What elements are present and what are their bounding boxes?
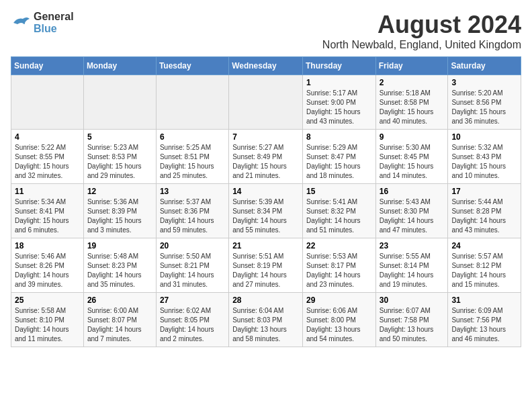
logo-text: General Blue [34, 11, 74, 35]
day-number: 23 [380, 241, 445, 250]
calendar-cell: 27Sunrise: 6:02 AM Sunset: 8:05 PM Dayli… [156, 293, 228, 347]
day-info: Sunrise: 5:36 AM Sunset: 8:39 PM Dayligh… [87, 197, 152, 235]
day-info: Sunrise: 5:57 AM Sunset: 8:12 PM Dayligh… [451, 252, 517, 289]
calendar-cell: 29Sunrise: 6:06 AM Sunset: 8:00 PM Dayli… [302, 293, 375, 347]
calendar-week-3: 11Sunrise: 5:34 AM Sunset: 8:41 PM Dayli… [11, 184, 521, 238]
day-number: 3 [451, 78, 517, 87]
day-info: Sunrise: 5:27 AM Sunset: 8:49 PM Dayligh… [232, 143, 299, 181]
calendar-cell: 11Sunrise: 5:34 AM Sunset: 8:41 PM Dayli… [11, 184, 84, 238]
calendar-cell [11, 75, 84, 130]
day-number: 26 [87, 295, 152, 305]
day-number: 18 [15, 241, 80, 250]
day-number: 11 [15, 187, 80, 196]
weekday-header-saturday: Saturday [448, 57, 521, 75]
title-block: August 2024 North Newbald, England, Unit… [322, 11, 521, 51]
weekday-header-monday: Monday [83, 57, 156, 75]
calendar-cell [83, 75, 156, 130]
calendar-cell: 12Sunrise: 5:36 AM Sunset: 8:39 PM Dayli… [83, 184, 156, 238]
day-number: 6 [160, 132, 225, 142]
calendar-cell: 30Sunrise: 6:07 AM Sunset: 7:58 PM Dayli… [375, 293, 448, 347]
calendar-cell: 13Sunrise: 5:37 AM Sunset: 8:36 PM Dayli… [156, 184, 228, 238]
day-info: Sunrise: 5:46 AM Sunset: 8:26 PM Dayligh… [15, 252, 80, 289]
weekday-header-wednesday: Wednesday [229, 57, 303, 75]
calendar-cell: 24Sunrise: 5:57 AM Sunset: 8:12 PM Dayli… [448, 238, 521, 293]
day-info: Sunrise: 5:30 AM Sunset: 8:45 PM Dayligh… [380, 143, 445, 181]
day-number: 8 [306, 132, 372, 142]
calendar-cell: 4Sunrise: 5:22 AM Sunset: 8:55 PM Daylig… [11, 130, 84, 184]
calendar-week-5: 25Sunrise: 5:58 AM Sunset: 8:10 PM Dayli… [11, 293, 521, 347]
page-header: General Blue August 2024 North Newbald, … [11, 11, 521, 51]
calendar-cell: 3Sunrise: 5:20 AM Sunset: 8:56 PM Daylig… [448, 75, 521, 130]
day-number: 30 [380, 295, 445, 305]
day-info: Sunrise: 5:48 AM Sunset: 8:23 PM Dayligh… [87, 252, 152, 289]
calendar-week-2: 4Sunrise: 5:22 AM Sunset: 8:55 PM Daylig… [11, 130, 521, 184]
calendar-cell: 31Sunrise: 6:09 AM Sunset: 7:56 PM Dayli… [448, 293, 521, 347]
day-info: Sunrise: 5:41 AM Sunset: 8:32 PM Dayligh… [306, 197, 372, 235]
day-info: Sunrise: 6:00 AM Sunset: 8:07 PM Dayligh… [87, 306, 152, 344]
calendar-cell: 1Sunrise: 5:17 AM Sunset: 9:00 PM Daylig… [302, 75, 375, 130]
calendar-cell: 22Sunrise: 5:53 AM Sunset: 8:17 PM Dayli… [302, 238, 375, 293]
weekday-header-friday: Friday [375, 57, 448, 75]
weekday-header-tuesday: Tuesday [156, 57, 228, 75]
calendar-cell: 26Sunrise: 6:00 AM Sunset: 8:07 PM Dayli… [83, 293, 156, 347]
calendar-cell: 19Sunrise: 5:48 AM Sunset: 8:23 PM Dayli… [83, 238, 156, 293]
location-subtitle: North Newbald, England, United Kingdom [322, 39, 521, 51]
day-number: 1 [306, 78, 372, 87]
calendar-cell: 5Sunrise: 5:23 AM Sunset: 8:53 PM Daylig… [83, 130, 156, 184]
calendar-cell: 23Sunrise: 5:55 AM Sunset: 8:14 PM Dayli… [375, 238, 448, 293]
weekday-header-thursday: Thursday [302, 57, 375, 75]
day-info: Sunrise: 5:51 AM Sunset: 8:19 PM Dayligh… [232, 252, 299, 289]
day-number: 17 [451, 187, 517, 196]
calendar-table: SundayMondayTuesdayWednesdayThursdayFrid… [11, 56, 521, 347]
calendar-cell: 2Sunrise: 5:18 AM Sunset: 8:58 PM Daylig… [375, 75, 448, 130]
logo: General Blue [11, 11, 74, 35]
day-number: 10 [451, 132, 517, 142]
day-info: Sunrise: 6:07 AM Sunset: 7:58 PM Dayligh… [380, 306, 445, 344]
day-number: 4 [15, 132, 80, 142]
calendar-cell: 25Sunrise: 5:58 AM Sunset: 8:10 PM Dayli… [11, 293, 84, 347]
calendar-body: 1Sunrise: 5:17 AM Sunset: 9:00 PM Daylig… [11, 75, 521, 347]
calendar-week-4: 18Sunrise: 5:46 AM Sunset: 8:26 PM Dayli… [11, 238, 521, 293]
day-info: Sunrise: 5:55 AM Sunset: 8:14 PM Dayligh… [380, 252, 445, 289]
day-number: 14 [232, 187, 299, 196]
calendar-cell: 9Sunrise: 5:30 AM Sunset: 8:45 PM Daylig… [375, 130, 448, 184]
day-number: 7 [232, 132, 299, 142]
day-number: 2 [380, 78, 445, 87]
day-info: Sunrise: 5:22 AM Sunset: 8:55 PM Dayligh… [15, 143, 80, 181]
header-row: SundayMondayTuesdayWednesdayThursdayFrid… [11, 57, 521, 75]
day-info: Sunrise: 5:39 AM Sunset: 8:34 PM Dayligh… [232, 197, 299, 235]
calendar-cell: 28Sunrise: 6:04 AM Sunset: 8:03 PM Dayli… [229, 293, 303, 347]
calendar-week-1: 1Sunrise: 5:17 AM Sunset: 9:00 PM Daylig… [11, 75, 521, 130]
day-number: 21 [232, 241, 299, 250]
day-info: Sunrise: 5:20 AM Sunset: 8:56 PM Dayligh… [451, 89, 517, 126]
calendar-header: SundayMondayTuesdayWednesdayThursdayFrid… [11, 57, 521, 75]
calendar-cell: 14Sunrise: 5:39 AM Sunset: 8:34 PM Dayli… [229, 184, 303, 238]
day-info: Sunrise: 6:06 AM Sunset: 8:00 PM Dayligh… [306, 306, 372, 344]
day-number: 12 [87, 187, 152, 196]
day-number: 5 [87, 132, 152, 142]
day-number: 9 [380, 132, 445, 142]
day-info: Sunrise: 5:34 AM Sunset: 8:41 PM Dayligh… [15, 197, 80, 235]
day-info: Sunrise: 5:53 AM Sunset: 8:17 PM Dayligh… [306, 252, 372, 289]
calendar-cell [156, 75, 228, 130]
day-info: Sunrise: 5:50 AM Sunset: 8:21 PM Dayligh… [160, 252, 225, 289]
day-number: 31 [451, 295, 517, 305]
day-info: Sunrise: 6:04 AM Sunset: 8:03 PM Dayligh… [232, 306, 299, 344]
day-number: 22 [306, 241, 372, 250]
day-number: 25 [15, 295, 80, 305]
day-info: Sunrise: 5:29 AM Sunset: 8:47 PM Dayligh… [306, 143, 372, 181]
day-info: Sunrise: 6:02 AM Sunset: 8:05 PM Dayligh… [160, 306, 225, 344]
calendar-cell [229, 75, 303, 130]
day-info: Sunrise: 5:43 AM Sunset: 8:30 PM Dayligh… [380, 197, 445, 235]
day-info: Sunrise: 5:32 AM Sunset: 8:43 PM Dayligh… [451, 143, 517, 181]
month-title: August 2024 [322, 11, 521, 39]
day-info: Sunrise: 6:09 AM Sunset: 7:56 PM Dayligh… [451, 306, 517, 344]
calendar-cell: 17Sunrise: 5:44 AM Sunset: 8:28 PM Dayli… [448, 184, 521, 238]
day-info: Sunrise: 5:37 AM Sunset: 8:36 PM Dayligh… [160, 197, 225, 235]
day-number: 27 [160, 295, 225, 305]
calendar-cell: 18Sunrise: 5:46 AM Sunset: 8:26 PM Dayli… [11, 238, 84, 293]
day-number: 28 [232, 295, 299, 305]
day-number: 15 [306, 187, 372, 196]
day-info: Sunrise: 5:18 AM Sunset: 8:58 PM Dayligh… [380, 89, 445, 126]
day-number: 29 [306, 295, 372, 305]
